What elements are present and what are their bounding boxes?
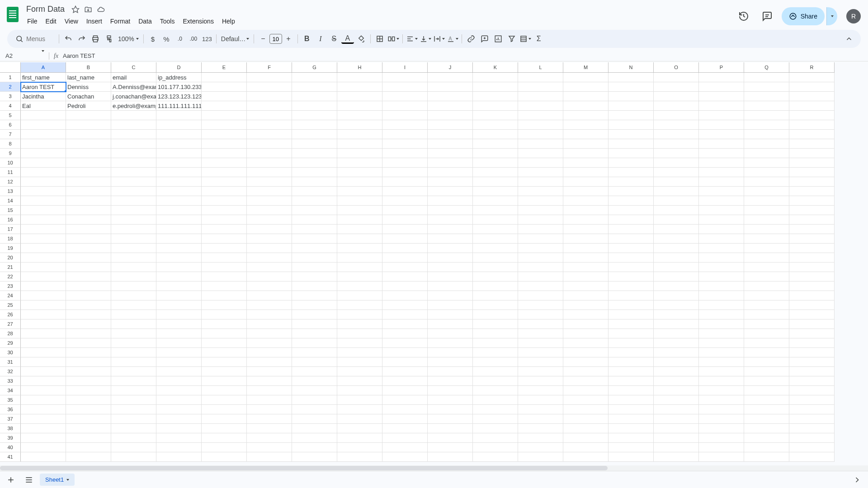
cell[interactable] [428, 357, 473, 367]
sheet-tab-sheet1[interactable]: Sheet1 [40, 474, 75, 486]
cell[interactable] [563, 414, 609, 424]
cell[interactable] [744, 395, 789, 405]
cell[interactable] [473, 348, 518, 357]
cell[interactable] [699, 291, 744, 300]
cell[interactable] [337, 111, 382, 120]
cell[interactable] [744, 130, 789, 139]
cell[interactable] [609, 329, 654, 338]
cell[interactable] [111, 291, 156, 300]
cell[interactable] [473, 234, 518, 244]
row-header[interactable]: 23 [0, 282, 21, 291]
cell[interactable] [609, 130, 654, 139]
cell[interactable] [744, 253, 789, 263]
cell[interactable] [473, 357, 518, 367]
fill-color-button[interactable] [355, 33, 368, 45]
cell[interactable] [518, 272, 563, 282]
cell[interactable] [699, 443, 744, 452]
cell[interactable] [518, 263, 563, 272]
cell[interactable] [66, 225, 111, 234]
cell[interactable] [789, 291, 835, 300]
cell[interactable] [789, 206, 835, 215]
link-button[interactable] [465, 33, 477, 45]
cell[interactable] [202, 452, 247, 462]
cell[interactable] [473, 282, 518, 291]
cell[interactable] [563, 367, 609, 376]
cell[interactable] [789, 111, 835, 120]
cell[interactable] [382, 82, 428, 92]
cell[interactable] [202, 443, 247, 452]
cell[interactable] [337, 395, 382, 405]
column-header[interactable]: P [699, 62, 744, 73]
cell[interactable] [156, 329, 202, 338]
cell[interactable] [247, 206, 292, 215]
cell[interactable] [21, 149, 66, 158]
row-header[interactable]: 35 [0, 395, 21, 405]
redo-button[interactable] [75, 33, 88, 45]
cell[interactable] [202, 130, 247, 139]
cell[interactable] [292, 149, 337, 158]
cell[interactable] [382, 310, 428, 319]
cell[interactable] [382, 168, 428, 177]
cell[interactable] [111, 443, 156, 452]
cell[interactable] [654, 272, 699, 282]
cell[interactable] [337, 225, 382, 234]
cell[interactable] [247, 433, 292, 443]
row-header[interactable]: 1 [0, 73, 21, 82]
cell[interactable] [428, 452, 473, 462]
cell[interactable] [382, 357, 428, 367]
cell[interactable] [337, 234, 382, 244]
cell[interactable] [156, 319, 202, 329]
cell[interactable] [247, 149, 292, 158]
cell[interactable] [247, 177, 292, 187]
cell[interactable] [337, 414, 382, 424]
cell[interactable] [202, 405, 247, 414]
cell[interactable] [247, 158, 292, 168]
cell[interactable] [337, 187, 382, 196]
cell[interactable] [699, 225, 744, 234]
select-all-corner[interactable] [0, 62, 21, 73]
cell[interactable] [789, 367, 835, 376]
cell[interactable] [473, 225, 518, 234]
cell[interactable] [111, 452, 156, 462]
cell[interactable] [428, 158, 473, 168]
cell[interactable] [654, 234, 699, 244]
row-header[interactable]: 34 [0, 386, 21, 395]
cell[interactable] [337, 319, 382, 329]
cell[interactable] [563, 73, 609, 82]
cell[interactable] [563, 168, 609, 177]
cell[interactable] [66, 414, 111, 424]
cell[interactable] [292, 158, 337, 168]
cell[interactable] [382, 329, 428, 338]
cell[interactable] [292, 395, 337, 405]
menu-edit[interactable]: Edit [42, 16, 60, 27]
cell[interactable] [337, 443, 382, 452]
cell[interactable] [382, 414, 428, 424]
column-header[interactable]: B [66, 62, 111, 73]
cell[interactable] [518, 386, 563, 395]
cell[interactable] [66, 395, 111, 405]
cell[interactable] [202, 414, 247, 424]
cell[interactable] [609, 272, 654, 282]
merge-button[interactable] [387, 33, 400, 45]
cell[interactable] [518, 149, 563, 158]
cell[interactable] [563, 376, 609, 386]
cell[interactable] [473, 130, 518, 139]
cell[interactable] [382, 196, 428, 206]
cell[interactable] [563, 338, 609, 348]
cell[interactable] [654, 196, 699, 206]
cell[interactable] [473, 424, 518, 433]
cell[interactable] [292, 319, 337, 329]
cell[interactable] [699, 319, 744, 329]
row-header[interactable]: 12 [0, 177, 21, 187]
bold-button[interactable]: B [301, 33, 313, 45]
cell[interactable] [111, 111, 156, 120]
cell[interactable] [518, 329, 563, 338]
cell[interactable] [66, 348, 111, 357]
cell[interactable] [654, 310, 699, 319]
cell[interactable] [202, 272, 247, 282]
cell[interactable] [744, 291, 789, 300]
cell[interactable] [518, 282, 563, 291]
cell[interactable] [744, 338, 789, 348]
cell[interactable] [21, 367, 66, 376]
cell[interactable] [111, 225, 156, 234]
